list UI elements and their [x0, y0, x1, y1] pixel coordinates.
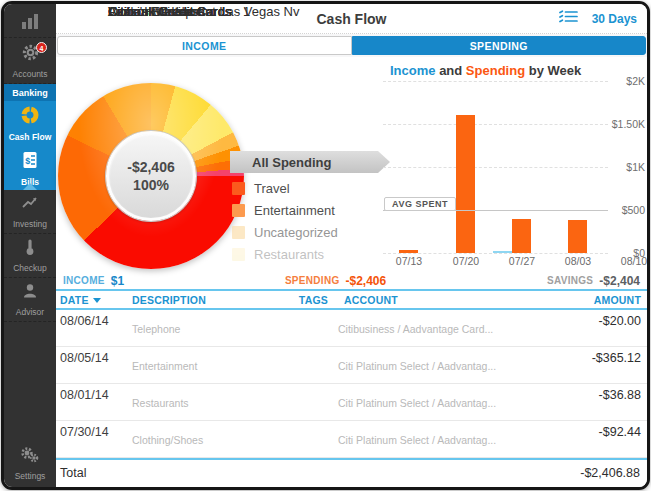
svg-text:$: $ — [25, 155, 30, 165]
account-text: Citibank Credit Cards — [108, 4, 647, 487]
total-label: Total — [60, 466, 86, 487]
sidebar-item-label: Investing — [13, 219, 47, 229]
donut-chart-icon — [20, 105, 40, 129]
sidebar-spacer — [4, 322, 56, 439]
transaction-rows: 08/06/14Verizon WirelessTelephoneCitiban… — [56, 310, 647, 458]
app-screenshot: 4 Accounts Banking Cash Flow $ — [0, 0, 651, 491]
sidebar: 4 Accounts Banking Cash Flow $ — [4, 4, 56, 487]
sidebar-item-checkup[interactable]: Checkup — [4, 234, 56, 278]
sidebar-item-settings[interactable]: Settings — [4, 439, 56, 487]
app-frame: 4 Accounts Banking Cash Flow $ — [1, 1, 650, 490]
thermometer-icon — [20, 238, 40, 260]
sidebar-item-label: Accounts — [13, 69, 48, 79]
bill-icon: $ — [20, 150, 40, 174]
notification-badge: 4 — [36, 42, 47, 53]
sidebar-section-label: Banking — [12, 88, 48, 98]
sidebar-item-advisor[interactable]: Advisor — [4, 278, 56, 322]
table-row[interactable]: 07/30/14Azalea BoutiqueClothing/ShoesCit… — [56, 421, 647, 458]
sidebar-item-label: Checkup — [13, 263, 47, 273]
cell-account: Citibank Credit CardsCiti Platinum Selec… — [322, 432, 546, 446]
sidebar-item-label: Settings — [15, 471, 46, 481]
sidebar-item-label: Cash Flow — [9, 132, 52, 142]
line-chart-icon — [20, 194, 40, 216]
app-logo[interactable] — [4, 4, 56, 38]
person-icon — [20, 282, 40, 304]
sidebar-item-investing[interactable]: Investing — [4, 190, 56, 234]
pie-center-label: -$2,406 100% — [106, 131, 196, 221]
double-gear-icon — [19, 446, 41, 468]
section-notch — [23, 183, 37, 190]
sidebar-item-label: Advisor — [16, 307, 44, 317]
sidebar-item-cash-flow[interactable]: Cash Flow — [4, 101, 56, 146]
sidebar-item-bills[interactable]: $ Bills — [4, 146, 56, 190]
main-panel: Cash Flow 30 Days INCOME SPEN — [56, 4, 647, 487]
bar-chart-logo-icon — [22, 13, 38, 29]
sidebar-section-banking[interactable]: Banking — [4, 84, 56, 101]
sidebar-item-accounts[interactable]: 4 Accounts — [4, 38, 56, 84]
sort-arrow-icon — [93, 298, 101, 303]
